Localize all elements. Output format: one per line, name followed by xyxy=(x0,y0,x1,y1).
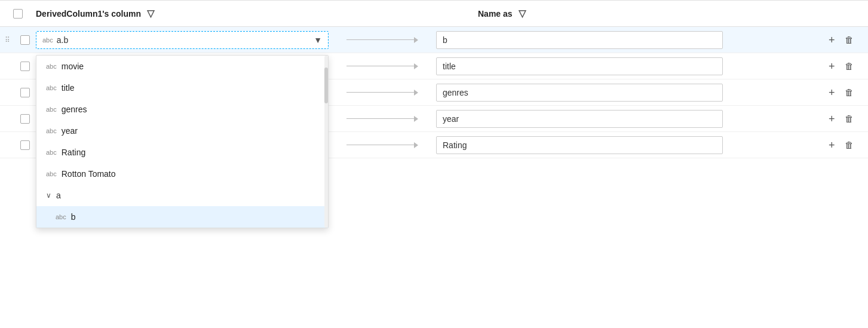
dropdown-menu: abc movie abc title abc genres abc year … xyxy=(36,55,329,228)
header-nameas-column: Name as ▽ xyxy=(478,8,820,19)
row-2-delete-button[interactable]: 🗑 xyxy=(842,60,856,72)
derived-filter-icon[interactable]: ▽ xyxy=(147,8,154,19)
table-header: DerivedColumn1's column ▽ Name as ▽ xyxy=(0,1,868,27)
row-1-delete-button[interactable]: 🗑 xyxy=(842,34,856,45)
row-4-actions: + 🗑 xyxy=(820,112,868,125)
row-5-name-input[interactable] xyxy=(436,136,723,154)
row-checkbox-1 xyxy=(14,35,36,45)
row-4-arrow-head xyxy=(414,116,418,122)
dropdown-item-year-type: abc xyxy=(46,127,57,134)
row-1-add-button[interactable]: + xyxy=(826,33,838,47)
dropdown-item-rating-type: abc xyxy=(46,149,57,156)
row-4-add-button[interactable]: + xyxy=(826,112,838,125)
row-4-checkbox[interactable] xyxy=(20,114,30,124)
row-1-arrow-connector xyxy=(329,37,436,43)
nameas-column-label: Name as xyxy=(478,9,513,19)
row-4-arrow-body xyxy=(346,118,414,119)
row-5-actions: + 🗑 xyxy=(820,139,868,152)
drag-handle[interactable]: ⠿ xyxy=(0,36,14,44)
row-3-delete-button[interactable]: 🗑 xyxy=(842,87,856,98)
row-1-value: a.b xyxy=(57,35,68,45)
dropdown-item-a-label: a xyxy=(56,191,61,200)
row-4-name-input[interactable] xyxy=(436,110,723,128)
row-2-arrow-line xyxy=(346,63,418,69)
dropdown-item-b-type: abc xyxy=(56,213,66,220)
row-3-arrow-head xyxy=(414,90,418,96)
row-4-name-input-container xyxy=(436,108,820,130)
dropdown-item-year[interactable]: abc year xyxy=(36,120,328,142)
dropdown-chevron-a: ∨ xyxy=(46,191,51,200)
row-1-select-label: abc a.b xyxy=(42,35,68,45)
page-container: DerivedColumn1's column ▽ Name as ▽ ⠿ ab… xyxy=(0,0,868,328)
row-2-name-input[interactable] xyxy=(436,57,723,75)
dropdown-scrollbar[interactable] xyxy=(324,56,328,228)
dropdown-item-title[interactable]: abc title xyxy=(36,77,328,99)
dropdown-scrollbar-thumb xyxy=(324,68,328,103)
row-1-name-input-container xyxy=(436,29,820,51)
row-2-checkbox[interactable] xyxy=(20,62,30,71)
row-5-arrow-connector xyxy=(329,142,436,148)
row-5-arrow-line xyxy=(346,142,418,148)
row-4-arrow-connector xyxy=(329,116,436,122)
row-5-delete-button[interactable]: 🗑 xyxy=(842,139,856,151)
row-1-name-input[interactable] xyxy=(436,31,723,49)
row-1-select-container: abc a.b ▼ abc movie abc title abc genres xyxy=(36,29,329,51)
row-1-checkbox[interactable] xyxy=(20,35,30,45)
row-5-add-button[interactable]: + xyxy=(826,139,838,152)
row-1-arrow-line xyxy=(346,37,418,43)
dropdown-item-rotton-type: abc xyxy=(46,170,57,177)
row-5-arrow-body xyxy=(346,145,414,146)
dropdown-item-movie[interactable]: abc movie xyxy=(36,56,328,77)
row-3-add-button[interactable]: + xyxy=(826,86,838,99)
row-3-checkbox[interactable] xyxy=(20,88,30,97)
table-row: ⠿ abc a.b ▼ abc movie abc title xyxy=(0,27,868,53)
dropdown-item-rotton-label: Rotton Tomato xyxy=(62,169,116,179)
row-checkbox-4 xyxy=(14,114,36,124)
dropdown-item-movie-type: abc xyxy=(46,63,57,70)
row-3-name-input-container xyxy=(436,81,820,104)
row-checkbox-3 xyxy=(14,88,36,97)
row-2-arrow-body xyxy=(346,66,414,67)
dropdown-item-genres-label: genres xyxy=(62,105,87,114)
dropdown-item-rating-label: Rating xyxy=(62,148,85,157)
derived-column-label: DerivedColumn1's column xyxy=(36,9,141,19)
row-2-arrow-connector xyxy=(329,63,436,69)
row-2-add-button[interactable]: + xyxy=(826,60,838,73)
row-1-dropdown-trigger[interactable]: abc a.b ▼ xyxy=(36,31,329,49)
dropdown-item-year-label: year xyxy=(62,126,78,136)
header-derived-column: DerivedColumn1's column ▽ xyxy=(36,8,370,19)
row-3-arrow-body xyxy=(346,92,414,93)
row-1-arrow-head xyxy=(414,37,418,43)
row-3-actions: + 🗑 xyxy=(820,86,868,99)
dropdown-item-genres[interactable]: abc genres xyxy=(36,99,328,120)
row-3-arrow-line xyxy=(346,90,418,96)
dropdown-item-rating[interactable]: abc Rating xyxy=(36,142,328,163)
row-4-delete-button[interactable]: 🗑 xyxy=(842,113,856,124)
row-5-name-input-container xyxy=(436,134,820,157)
row-1-dropdown-arrow: ▼ xyxy=(314,35,322,45)
row-2-arrow-head xyxy=(414,63,418,69)
row-3-name-input[interactable] xyxy=(436,84,723,102)
row-5-arrow-head xyxy=(414,142,418,148)
row-1-arrow-body xyxy=(346,39,414,41)
row-2-actions: + 🗑 xyxy=(820,60,868,73)
dropdown-item-rotton-tomato[interactable]: abc Rotton Tomato xyxy=(36,163,328,185)
row-1-type-tag: abc xyxy=(42,36,53,44)
dropdown-item-movie-label: movie xyxy=(62,62,84,71)
row-1-actions: + 🗑 xyxy=(820,33,868,47)
dropdown-item-b[interactable]: abc b xyxy=(36,206,328,228)
dropdown-item-title-type: abc xyxy=(46,84,57,91)
row-3-arrow-connector xyxy=(329,90,436,96)
header-checkbox[interactable] xyxy=(13,9,23,19)
nameas-filter-icon[interactable]: ▽ xyxy=(519,8,526,19)
row-checkbox-5 xyxy=(14,140,36,150)
header-checkbox-col xyxy=(0,9,36,19)
row-5-checkbox[interactable] xyxy=(20,140,30,150)
dropdown-item-title-label: title xyxy=(62,83,75,93)
dropdown-item-genres-type: abc xyxy=(46,106,57,113)
dropdown-item-a-group[interactable]: ∨ a xyxy=(36,185,328,206)
row-2-name-input-container xyxy=(436,55,820,78)
row-4-arrow-line xyxy=(346,116,418,122)
row-checkbox-2 xyxy=(14,62,36,71)
dropdown-item-b-label: b xyxy=(71,212,76,222)
